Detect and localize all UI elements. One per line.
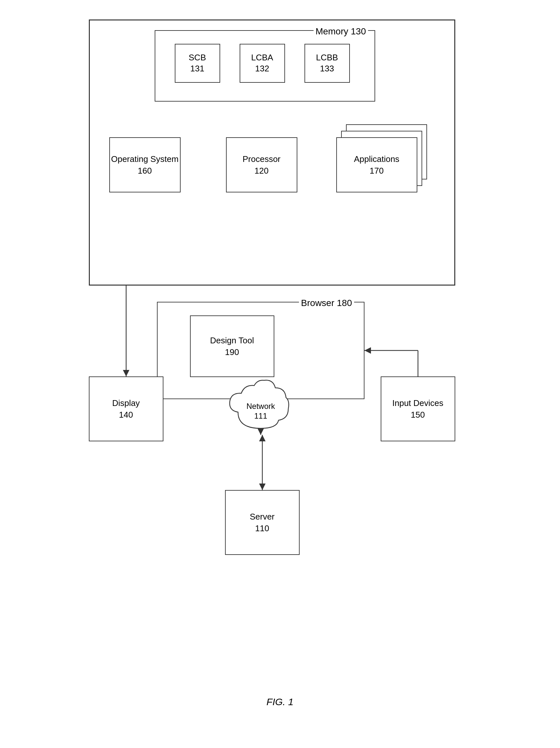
applications-label: Applications 170 [354, 153, 399, 177]
svg-marker-7 [259, 484, 266, 490]
design-tool-label: Design Tool 190 [210, 334, 254, 358]
lcbb-box: LCBB 133 [305, 44, 350, 83]
memory-box: Memory 130 SCB 131 LCBA 132 LCBB 133 [155, 30, 375, 101]
lcba-label: LCBA 132 [251, 52, 273, 74]
scb-label: SCB 131 [189, 52, 206, 74]
input-devices-label: Input Devices 150 [392, 397, 444, 421]
lcbb-label: LCBB 133 [316, 52, 338, 74]
svg-text:Network: Network [246, 402, 275, 411]
svg-text:111: 111 [254, 412, 267, 420]
lcba-box: LCBA 132 [240, 44, 285, 83]
browser-label: Browser 180 [299, 298, 354, 308]
applications-box: Applications 170 [336, 137, 417, 192]
design-tool-box: Design Tool 190 [190, 315, 274, 377]
server-label: Server 110 [250, 511, 275, 535]
processor-label: Processor 120 [243, 153, 281, 177]
scb-box: SCB 131 [175, 44, 220, 83]
input-devices-box: Input Devices 150 [381, 376, 455, 441]
os-box: Operating System 160 [109, 137, 180, 192]
memory-label: Memory 130 [314, 26, 368, 37]
network-cloud: Network 111 [225, 376, 296, 435]
figure-label: FIG. 1 [267, 696, 293, 707]
display-label: Display 140 [112, 397, 140, 421]
display-box: Display 140 [89, 376, 164, 441]
svg-marker-1 [123, 370, 129, 376]
os-label: Operating System 160 [111, 153, 178, 177]
server-box: Server 110 [225, 490, 300, 555]
svg-marker-6 [259, 435, 266, 441]
processor-box: Processor 120 [226, 137, 297, 192]
diagram: Memory 130 SCB 131 LCBA 132 LCBB 133 Ope… [69, 20, 491, 717]
system-box: Memory 130 SCB 131 LCBA 132 LCBB 133 Ope… [89, 20, 455, 285]
svg-marker-10 [364, 347, 371, 354]
